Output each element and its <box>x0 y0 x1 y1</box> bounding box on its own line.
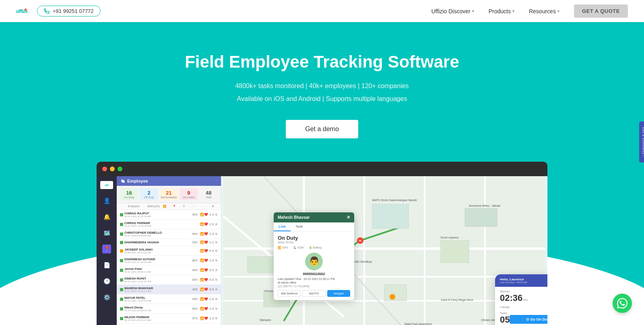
status-dot <box>120 223 123 226</box>
svg-text:Mahadev: Mahadev <box>260 319 271 321</box>
mobile-time-row: Worked 02:36 hrs & Distance 12.5 km <box>500 290 547 303</box>
popup-employee-name: Mahesh Bhavsar <box>278 215 310 220</box>
get-quote-button[interactable]: GET A QUOTE <box>574 4 628 18</box>
stat-on-leave: 9 On Leave <box>180 188 198 200</box>
mobile-app-card: Hello, Laurence Last Checked - 08:00 AM … <box>495 274 547 325</box>
svg-rect-16 <box>441 241 469 263</box>
list-item[interactable]: PRASHANT DIWAN 30-07-2021 10:52:12 PM 44… <box>117 323 221 325</box>
list-item[interactable]: Nilesh Dhola 30-07-2021 04:08:33 PM 94% … <box>117 304 221 314</box>
list-item[interactable]: CHIRAG PARMAR 20-07-2021 12:54:48 PM 📶❤️… <box>117 220 221 229</box>
svg-text:Cash N Carry Mega Store: Cash N Carry Mega Store <box>441 298 473 302</box>
logo[interactable]: uffizio <box>16 6 27 17</box>
list-item-selected[interactable]: MAHESH BHAVSAR 30-07-2021 01:36:11 PM 40… <box>117 285 221 294</box>
list-item[interactable]: MAYUR PATEL 30-07-2021 12:54:42 PM 53% 📶… <box>117 294 221 304</box>
sidebar-icon-person[interactable]: 👤 <box>102 196 111 205</box>
list-item[interactable]: NILESH PARMAR 30-07-2021 05:23:32 AM 57%… <box>117 314 221 323</box>
battery-indicator: 🔋 Battery <box>309 246 322 249</box>
employee-list[interactable]: CHIRAG RAJPUT 30-07-2021 10:21:28 AM 52%… <box>117 210 221 325</box>
status-dot <box>120 298 123 301</box>
list-item[interactable]: DHARMESH SUTHAR 30-07-2021 07:31:35 PM 8… <box>117 256 221 265</box>
mobile-last-checked: Last Checked - 08:00 AM <box>500 281 527 284</box>
employee-columns: Employee Battery(%) 📶 📍 ✕ ↕ ⊕ <box>117 203 221 210</box>
gsm-indicator: 📡 GSM <box>293 246 304 249</box>
popup-last-updated: Last Updated Time : 20-07-2021 01:36:11 … <box>278 278 350 280</box>
status-dot <box>120 317 123 320</box>
popup-tabs: Live Task <box>274 222 354 232</box>
browser-close-dot <box>102 167 107 171</box>
stat-on-duty: 16 On Duty <box>120 188 138 200</box>
status-dot <box>120 307 123 311</box>
app-sidebar: uff 👤 🔔 🗺️ 📍 📄 🕐 ⚙️ <box>97 176 117 325</box>
sidebar-icon-map[interactable]: 🗺️ <box>102 228 111 237</box>
status-dot <box>120 278 123 282</box>
mobile-card-body: Worked 02:36 hrs & Distance 12.5 km <box>495 287 547 325</box>
navigate-button[interactable]: Navigate <box>327 290 350 297</box>
status-dot <box>120 259 123 262</box>
popup-indicators: 📶 GPS 📡 GSM 🔋 Battery <box>278 246 350 249</box>
whatsapp-button[interactable] <box>613 294 632 313</box>
phone-button[interactable]: +91 99251 07772 <box>37 6 101 16</box>
svg-text:BAPS Shree Swaminarayan Mandir: BAPS Shree Swaminarayan Mandir <box>372 199 417 202</box>
mobile-greeting: Hello, Laurence <box>500 278 527 281</box>
nav-discover[interactable]: Uffizio Discover ▾ <box>431 8 474 14</box>
tasks-number: 05 <box>500 315 510 325</box>
list-item[interactable]: CHRISTOPHER DEMELLO 05-07-2021 09:08:05 … <box>117 229 221 239</box>
browser-minimize-dot <box>110 167 115 171</box>
worked-label: Worked <box>500 290 528 293</box>
mobile-break-row: # Break 01:30 hrs <box>500 306 547 309</box>
popup-close-icon[interactable]: ✕ <box>347 215 350 220</box>
list-item[interactable]: DHARMENDRA VASAVA 53% 📶❤️ 11 ⊕ <box>117 239 221 246</box>
sidebar-icon-bell[interactable]: 🔔 <box>102 212 111 221</box>
svg-text:Avventure Bikes - Valnad: Avventure Bikes - Valnad <box>469 204 500 207</box>
on-duty-button[interactable]: ⊙ Go On Duty <box>510 315 547 324</box>
chevron-down-icon: ▾ <box>472 9 474 13</box>
worked-time: 02:36 <box>500 293 522 303</box>
map-area[interactable]: BAPS Shree Swaminarayan Mandir Division … <box>221 176 547 325</box>
status-dot <box>120 288 123 291</box>
nav-products[interactable]: Products ▾ <box>489 8 514 14</box>
add-geofence-button[interactable]: Add Geofence <box>278 290 301 297</box>
popup-phone: 99955624562 <box>278 272 350 276</box>
nav-links: Uffizio Discover ▾ Products ▾ Resources … <box>431 4 628 18</box>
worked-unit: hrs <box>523 298 528 302</box>
sidebar-icon-location[interactable]: 📍 <box>102 245 111 253</box>
tab-live[interactable]: Live <box>274 222 291 231</box>
stat-total: 48 Total <box>200 188 218 200</box>
sidebar-icon-clock[interactable]: 🕐 <box>102 277 111 286</box>
status-dot <box>120 249 123 253</box>
sidebar-icon-settings[interactable]: ⚙️ <box>102 293 111 302</box>
hero-section: Field Employee Tracking Software 4800k+ … <box>0 0 644 325</box>
add-poi-button[interactable]: Add POI <box>302 290 325 297</box>
list-item[interactable]: Jenish Patel 30-07-2021 08:59:13 AM 93% … <box>117 265 221 275</box>
list-item[interactable]: JAYDEEP SOLANKI 23-06-2021 09:42:51 AM 📶… <box>117 246 221 256</box>
svg-rect-15 <box>372 204 409 228</box>
svg-rect-17 <box>465 208 497 226</box>
break-label: # Break <box>500 306 510 309</box>
list-item[interactable]: CHIRAG RAJPUT 30-07-2021 10:21:28 AM 52%… <box>117 210 221 220</box>
sidebar-icon-document[interactable]: 📄 <box>102 261 111 269</box>
gps-indicator: 📶 GPS <box>278 246 288 249</box>
popup-header: Mahesh Bhavsar ✕ <box>274 212 354 222</box>
employee-stats: 16 On Duty 2 Off Duty 21 Not Available 9… <box>117 186 221 203</box>
stat-off-duty: 2 Off Duty <box>140 188 158 200</box>
connect-tab[interactable]: Let's Connect ! <box>640 121 644 162</box>
svg-point-36 <box>390 294 395 300</box>
list-item[interactable]: DINESH ROHIT 20-07-2021 12:51:54 PM 62% … <box>117 275 221 285</box>
svg-point-2 <box>25 8 27 11</box>
svg-text:Vidhata: Vidhata <box>264 290 273 292</box>
demo-button[interactable]: Get a demo <box>286 120 358 138</box>
employee-popup: Mahesh Bhavsar ✕ Live Task On Duty Since… <box>274 212 354 300</box>
duty-since: Since 29 hrs <box>278 241 350 244</box>
popup-coords: (21.168774, 72.7411645) <box>278 285 350 288</box>
popup-body: On Duty Since 29 hrs 📶 GPS 📡 GSM 🔋 Batte… <box>274 232 354 300</box>
chevron-down-icon: ▾ <box>512 9 514 13</box>
nav-resources[interactable]: Resources ▾ <box>529 8 559 14</box>
navbar: uffizio +91 99251 07772 Uffizio Discover… <box>0 0 644 22</box>
browser-body: uff 👤 🔔 🗺️ 📍 📄 🕐 ⚙️ Employee 16 O <box>97 176 547 325</box>
tab-task[interactable]: Task <box>291 222 308 231</box>
svg-rect-19 <box>384 285 407 301</box>
app-logo: uff <box>100 181 113 189</box>
employee-panel-header: Employee <box>117 176 221 186</box>
employee-panel: Employee 16 On Duty 2 Off Duty 21 Not Av… <box>117 176 221 325</box>
phone-number: +91 99251 07772 <box>53 8 94 14</box>
